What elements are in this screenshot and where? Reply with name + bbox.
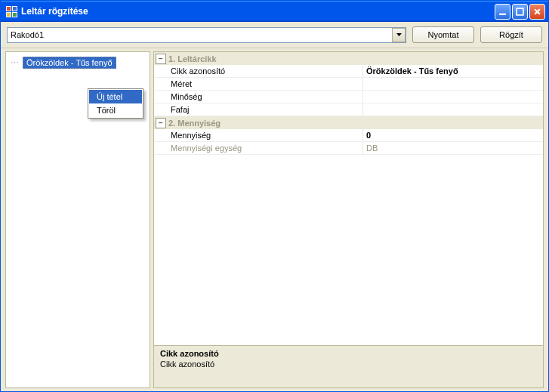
property-label: Minőség	[154, 91, 363, 103]
property-row-minoseg[interactable]: Minőség	[154, 91, 543, 103]
toolbar: Nyomtat Rögzít	[1, 22, 548, 48]
tree-pane: ⋯ Örökzöldek - Tűs fenyő Új tétel Töröl	[5, 51, 150, 388]
collapse-icon[interactable]: −	[156, 54, 166, 64]
property-label: Fafaj	[154, 103, 363, 116]
tree-connector-icon: ⋯	[11, 58, 18, 68]
property-label: Mennyiség	[154, 129, 363, 141]
close-button[interactable]	[529, 4, 545, 20]
property-value[interactable]: Örökzöldek - Tűs fenyő	[363, 65, 543, 77]
group-title: 2. Mennyiség	[168, 119, 221, 128]
property-label: Mennyiségi egység	[154, 142, 363, 154]
property-label: Cikk azonosító	[154, 65, 363, 77]
context-menu-new-item[interactable]: Új tétel	[89, 90, 142, 103]
property-value[interactable]	[363, 103, 543, 116]
property-grid: − 1. Leltárcikk Cikk azonosító Örökzölde…	[153, 51, 544, 346]
help-description: Cikk azonosító	[160, 360, 537, 369]
property-value: DB	[363, 142, 543, 154]
combo-dropdown-button[interactable]	[392, 28, 406, 42]
context-menu: Új tétel Töröl	[88, 88, 143, 119]
print-button[interactable]: Nyomtat	[412, 26, 474, 43]
tree-item[interactable]: ⋯ Örökzöldek - Tűs fenyő	[9, 57, 147, 69]
help-title: Cikk azonosító	[160, 349, 537, 358]
property-row-egyseg: Mennyiségi egység DB	[154, 142, 543, 155]
property-row-fafaj[interactable]: Fafaj	[154, 103, 543, 116]
property-value[interactable]: 0	[363, 129, 543, 141]
title-bar: Leltár rögzítése	[1, 1, 548, 22]
property-group-2[interactable]: − 2. Mennyiség	[154, 116, 543, 129]
tree-selected-node[interactable]: Örökzöldek - Tűs fenyő	[23, 57, 116, 69]
location-input[interactable]	[7, 27, 406, 43]
property-row-meret[interactable]: Méret	[154, 78, 543, 91]
collapse-icon[interactable]: −	[156, 118, 166, 128]
help-pane: Cikk azonosító Cikk azonosító	[153, 346, 544, 388]
svg-rect-1	[517, 8, 523, 15]
property-label: Méret	[154, 78, 363, 90]
maximize-button[interactable]	[512, 4, 528, 20]
property-group-1[interactable]: − 1. Leltárcikk	[154, 52, 543, 65]
app-icon	[5, 5, 17, 17]
property-value[interactable]	[363, 78, 543, 90]
minimize-button[interactable]	[495, 4, 510, 20]
location-combo[interactable]	[7, 27, 406, 43]
property-row-cikk-id[interactable]: Cikk azonosító Örökzöldek - Tűs fenyő	[154, 65, 543, 78]
context-menu-delete[interactable]: Töröl	[89, 103, 142, 117]
property-value[interactable]	[363, 91, 543, 103]
window-title: Leltár rögzítése	[21, 6, 495, 17]
property-row-mennyiseg[interactable]: Mennyiség 0	[154, 129, 543, 142]
svg-rect-0	[499, 13, 506, 14]
group-title: 1. Leltárcikk	[168, 54, 217, 63]
save-button[interactable]: Rögzít	[480, 26, 542, 43]
